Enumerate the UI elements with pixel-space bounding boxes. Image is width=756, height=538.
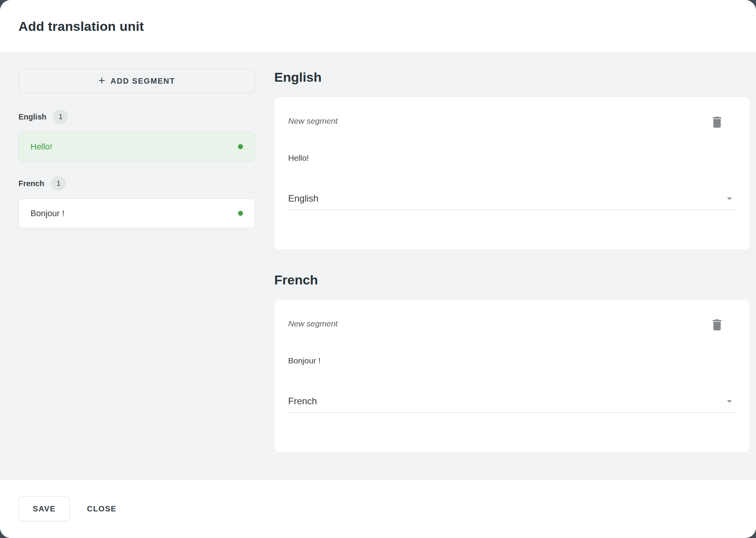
segment-chip-text: Bonjour ! [30, 208, 64, 219]
language-select-value: French [288, 396, 317, 407]
delete-segment-button[interactable] [710, 318, 724, 332]
green-dot-icon [238, 144, 243, 149]
language-select-value: English [288, 193, 319, 204]
add-translation-unit-dialog: Add translation unit + ADD SEGMENT Engli… [0, 0, 756, 538]
segment-chip-text: Hello! [30, 142, 52, 152]
segment-text-input[interactable]: Bonjour ! [288, 356, 736, 365]
segment-editor-card: New segment Bonjour ! French [274, 300, 750, 452]
trash-icon [710, 115, 724, 129]
segment-chip-french[interactable]: Bonjour ! [19, 198, 255, 228]
trash-icon [710, 318, 724, 332]
page-backdrop: Add translation unit + ADD SEGMENT Engli… [0, 0, 756, 538]
section-heading: English [274, 69, 750, 86]
editor-section-french: French New segment Bonjour ! French [274, 271, 750, 452]
segment-label: New segment [288, 115, 338, 126]
language-select[interactable]: English [288, 193, 736, 210]
dropdown-arrow-icon [724, 193, 735, 204]
delete-segment-button[interactable] [710, 115, 724, 129]
section-heading: French [274, 271, 750, 288]
segment-text-input[interactable]: Hello! [288, 153, 736, 163]
segment-label: New segment [288, 318, 338, 328]
close-button[interactable]: CLOSE [84, 501, 120, 517]
dialog-header: Add translation unit [0, 0, 756, 52]
card-top-row: New segment [288, 318, 736, 332]
add-segment-button[interactable]: + ADD SEGMENT [19, 69, 255, 93]
segment-editors: English New segment Hello! English [274, 69, 750, 479]
dialog-footer: SAVE CLOSE [0, 479, 756, 538]
green-dot-icon [238, 211, 243, 216]
dialog-body: + ADD SEGMENT English 1 Hello! French 1 … [0, 52, 756, 479]
save-button[interactable]: SAVE [19, 496, 70, 521]
add-segment-label: ADD SEGMENT [110, 77, 175, 86]
segment-editor-card: New segment Hello! English [274, 97, 750, 250]
editor-section-english: English New segment Hello! English [274, 69, 750, 250]
language-group-header-french: French 1 [19, 176, 255, 191]
segments-sidebar: + ADD SEGMENT English 1 Hello! French 1 … [19, 69, 255, 479]
segment-count-badge: 1 [51, 176, 66, 191]
language-label: English [19, 113, 46, 121]
language-group-header-english: English 1 [19, 109, 255, 124]
card-top-row: New segment [288, 115, 736, 129]
segment-count-badge: 1 [53, 109, 68, 124]
language-label: French [19, 179, 44, 188]
dropdown-arrow-icon [724, 395, 735, 407]
plus-icon: + [98, 75, 105, 86]
language-select[interactable]: French [288, 395, 736, 413]
dialog-title: Add translation unit [19, 19, 144, 34]
segment-chip-english[interactable]: Hello! [19, 132, 255, 161]
